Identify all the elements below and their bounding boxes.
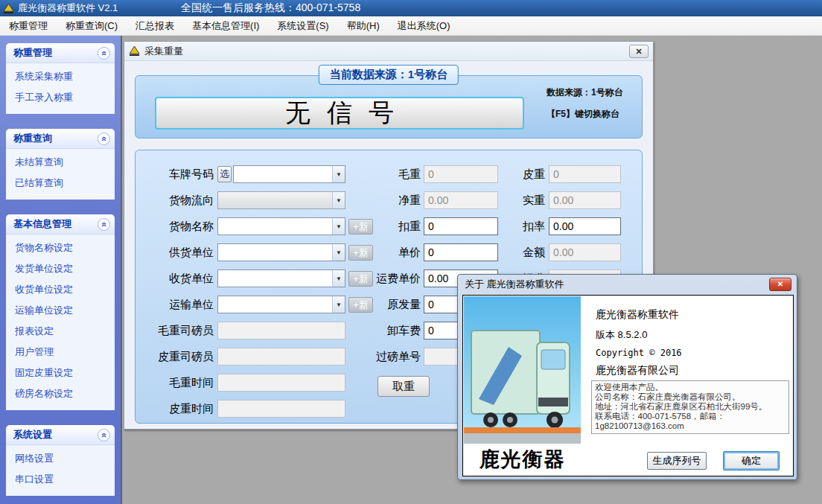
sidebar-item-goods-name[interactable]: 货物名称设定 bbox=[6, 237, 115, 258]
about-info-line: 公司名称：石家庄鹿光衡器有限公司。 bbox=[595, 392, 786, 402]
menu-system-settings[interactable]: 系统设置(S) bbox=[268, 16, 337, 36]
plate-number-label: 车牌号码 bbox=[132, 165, 214, 183]
supplier-combo[interactable]: ▼ bbox=[217, 243, 345, 261]
actual-weight-label: 实重 bbox=[463, 191, 545, 209]
actual-weight-field bbox=[549, 191, 621, 209]
sidebar-group-basic-info: 基本信息管理 « 货物名称设定 发货单位设定 收货单位设定 运输单位设定 报表设… bbox=[6, 214, 115, 410]
sidebar: 称重管理 « 系统采集称重 手工录入称重 称重查询 « 未结算查询 已结算查询 … bbox=[0, 36, 121, 504]
truck-image: 鹿光衡器 bbox=[464, 296, 581, 475]
sidebar-group-body: 系统采集称重 手工录入称重 bbox=[6, 63, 115, 114]
sidebar-group-header[interactable]: 系统设置 « bbox=[6, 425, 115, 444]
about-copyright: Copyright © 2016 bbox=[596, 348, 682, 358]
plate-number-combo[interactable]: ▼ bbox=[233, 165, 345, 183]
sidebar-group-header[interactable]: 基本信息管理 « bbox=[6, 214, 115, 234]
net-weight-label: 净重 bbox=[339, 191, 421, 209]
goods-name-label: 货物名称 bbox=[132, 217, 214, 235]
tare-weight-label: 皮重 bbox=[463, 165, 545, 183]
chevron-up-icon[interactable]: « bbox=[98, 429, 110, 441]
close-icon[interactable]: ✕ bbox=[629, 45, 649, 58]
sidebar-group-weigh-manage: 称重管理 « 系统采集称重 手工录入称重 bbox=[6, 43, 115, 114]
about-version: 版本 8.5.2.0 bbox=[596, 328, 647, 342]
sidebar-group-body: 网络设置 串口设置 bbox=[6, 444, 115, 496]
sidebar-group-header[interactable]: 称重查询 « bbox=[6, 129, 115, 148]
sidebar-group-body: 货物名称设定 发货单位设定 收货单位设定 运输单位设定 报表设定 用户管理 固定… bbox=[6, 234, 115, 410]
origin-qty-label: 原发量 bbox=[339, 296, 421, 313]
about-info-line: 欢迎使用本产品。 bbox=[595, 383, 786, 392]
take-weight-button[interactable]: 取重 bbox=[377, 376, 430, 397]
about-info-line: 1g82100713@163.com bbox=[595, 421, 786, 431]
goods-name-combo[interactable]: ▼ bbox=[217, 217, 345, 235]
sidebar-item-user-manage[interactable]: 用户管理 bbox=[6, 342, 115, 363]
chevron-up-icon[interactable]: « bbox=[98, 218, 110, 231]
gross-time-label: 毛重时间 bbox=[132, 374, 214, 392]
sidebar-item-transport-unit[interactable]: 运输单位设定 bbox=[6, 300, 115, 321]
source-info: 数据来源：1号称台 【F5】键切换称台 bbox=[547, 86, 640, 121]
supplier-label: 供货单位 bbox=[132, 243, 214, 261]
chevron-up-icon[interactable]: « bbox=[98, 133, 110, 145]
menu-summary-report[interactable]: 汇总报表 bbox=[127, 16, 183, 36]
sidebar-item-system-capture[interactable]: 系统采集称重 bbox=[6, 66, 115, 87]
amount-label: 金额 bbox=[463, 243, 545, 261]
generate-serial-button[interactable]: 生成序列号 bbox=[647, 452, 707, 470]
close-icon[interactable]: ✕ bbox=[769, 278, 791, 291]
window-logo-icon bbox=[129, 46, 140, 56]
goods-flow-combo[interactable]: ▼ bbox=[217, 191, 345, 209]
gross-operator-label: 毛重司磅员 bbox=[132, 322, 214, 339]
unit-price-label: 单价 bbox=[339, 243, 421, 261]
pick-plate-button[interactable]: 选 bbox=[217, 166, 232, 182]
deduct-weight-label: 扣重 bbox=[339, 217, 421, 235]
sidebar-item-manual-entry[interactable]: 手工录入称重 bbox=[6, 87, 115, 108]
sidebar-item-serial-settings[interactable]: 串口设置 bbox=[6, 469, 115, 490]
sidebar-group-title: 称重管理 bbox=[13, 46, 98, 60]
sidebar-item-fixed-tare[interactable]: 固定皮重设定 bbox=[6, 363, 115, 383]
sidebar-item-network-settings[interactable]: 网络设置 bbox=[6, 448, 115, 469]
chevron-up-icon[interactable]: « bbox=[98, 47, 110, 60]
tare-operator-field bbox=[217, 348, 345, 366]
sidebar-group-title: 系统设置 bbox=[13, 428, 98, 441]
tare-weight-field bbox=[549, 165, 621, 183]
transport-combo[interactable]: ▼ bbox=[217, 296, 345, 313]
capture-window-titlebar: 采集重量 ✕ bbox=[124, 42, 653, 61]
menu-exit[interactable]: 退出系统(O) bbox=[389, 16, 459, 36]
source-line: 数据来源：1号称台 bbox=[547, 86, 640, 99]
deduct-rate-label: 扣率 bbox=[463, 217, 545, 235]
receiver-label: 收货单位 bbox=[132, 269, 214, 287]
about-dialog-titlebar: 关于 鹿光衡器称重软件 ✕ bbox=[458, 275, 797, 294]
capture-window-title: 采集重量 bbox=[144, 45, 183, 58]
sidebar-item-settled-query[interactable]: 已结算查询 bbox=[6, 173, 115, 194]
about-info-line: 联系电话：400-071-5758，邮箱： bbox=[595, 412, 786, 421]
sidebar-group-title: 基本信息管理 bbox=[13, 217, 98, 231]
sidebar-item-unsettled-query[interactable]: 未结算查询 bbox=[6, 152, 115, 173]
sidebar-item-receiver-unit[interactable]: 收货单位设定 bbox=[6, 279, 115, 300]
truck-illustration-icon bbox=[464, 317, 581, 444]
menu-help[interactable]: 帮助(H) bbox=[338, 16, 389, 36]
tare-time-field bbox=[217, 400, 345, 418]
menu-basic-info[interactable]: 基本信息管理(I) bbox=[183, 16, 268, 36]
sidebar-group-system-settings: 系统设置 « 网络设置 串口设置 bbox=[6, 425, 115, 496]
receiver-combo[interactable]: ▼ bbox=[217, 269, 345, 287]
sidebar-group-weigh-query: 称重查询 « 未结算查询 已结算查询 bbox=[6, 129, 115, 200]
gross-time-field bbox=[217, 374, 345, 392]
about-dialog-content: 鹿光衡器 鹿光衡器称重软件 版本 8.5.2.0 Copyright © 201… bbox=[462, 295, 794, 476]
sidebar-item-sender-unit[interactable]: 发货单位设定 bbox=[6, 258, 115, 279]
app-logo-icon bbox=[3, 4, 14, 13]
amount-field bbox=[549, 243, 621, 261]
unload-fee-label: 卸车费 bbox=[339, 322, 421, 339]
about-info-box: 欢迎使用本产品。 公司名称：石家庄鹿光衡器有限公司。 地址：河北省石家庄鹿泉区石… bbox=[591, 380, 789, 434]
sidebar-group-header[interactable]: 称重管理 « bbox=[6, 43, 115, 63]
deduct-rate-input[interactable] bbox=[549, 217, 621, 235]
ok-button[interactable]: 确定 bbox=[723, 451, 780, 470]
weight-signal-display: 无信号 bbox=[155, 97, 524, 130]
sidebar-item-scale-house-name[interactable]: 磅房名称设定 bbox=[6, 383, 115, 404]
sidebar-item-report-setting[interactable]: 报表设定 bbox=[6, 321, 115, 342]
title-bar: 鹿光衡器称重软件 V2.1 全国统一售后服务热线：400-071-5758 bbox=[0, 0, 822, 16]
about-dialog: 关于 鹿光衡器称重软件 ✕ 鹿光衡器 鹿光衡器称重软件 bbox=[457, 274, 797, 480]
menu-weigh-manage[interactable]: 称重管理 bbox=[0, 16, 57, 36]
truck-image-caption: 鹿光衡器 bbox=[464, 444, 581, 475]
app-title: 鹿光衡器称重软件 V2.1 bbox=[18, 1, 118, 15]
sidebar-divider bbox=[121, 36, 122, 504]
gross-weight-label: 毛重 bbox=[339, 165, 421, 183]
hotline-text: 全国统一售后服务热线：400-071-5758 bbox=[181, 1, 360, 15]
about-company: 鹿光衡器有限公司 bbox=[596, 364, 679, 377]
menu-weigh-query[interactable]: 称重查询(C) bbox=[57, 16, 127, 36]
